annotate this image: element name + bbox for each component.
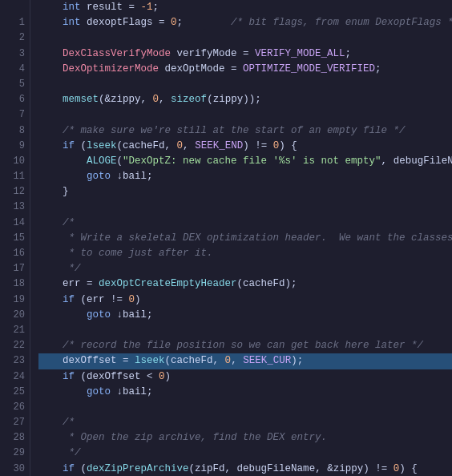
code-line: if (dexZipPrepArchive(zipFd, debugFileNa… — [38, 462, 452, 476]
code-line — [38, 200, 452, 215]
line-numbers: 1234567891011121314151617181920212223242… — [0, 0, 30, 476]
code-line: */ — [38, 446, 452, 461]
code-line: if (dexOffset < 0) — [38, 369, 452, 385]
code-line-highlighted: dexOffset = lseek(cacheFd, 0, SEEK_CUR); — [38, 353, 452, 369]
code-line: memset(&zippy, 0, sizeof(zippy)); — [38, 92, 452, 107]
code-line: if (lseek(cacheFd, 0, SEEK_END) != 0) { — [38, 139, 452, 154]
code-line: } — [38, 184, 452, 200]
code-line: * Write a skeletal DEX optimization head… — [38, 231, 452, 246]
code-line: ALOGE("DexOptZ: new cache file '%s' is n… — [38, 154, 452, 169]
code-line: goto ↓bail; — [38, 169, 452, 184]
code-line: err = dexOptCreateEmptyHeader(cacheFd); — [38, 276, 452, 292]
code-content: int result = -1; int dexoptFlags = 0; /*… — [30, 0, 452, 476]
code-line: /* make sure we're still at the start of… — [38, 123, 452, 139]
code-line: if (err != 0) — [38, 292, 452, 308]
code-line: */ — [38, 261, 452, 276]
code-line — [38, 30, 452, 46]
code-line: int dexoptFlags = 0; /* bit flags, from … — [38, 15, 452, 30]
code-line: * Open the zip archive, find the DEX ent… — [38, 430, 452, 446]
code-line — [38, 400, 452, 415]
code-editor: 1234567891011121314151617181920212223242… — [0, 0, 452, 476]
code-line — [38, 323, 452, 338]
code-line: * to come just after it. — [38, 246, 452, 261]
code-line: int result = -1; — [38, 0, 452, 15]
code-line: DexClassVerifyMode verifyMode = VERIFY_M… — [38, 46, 452, 62]
code-line: DexOptimizerMode dexOptMode = OPTIMIZE_M… — [38, 62, 452, 77]
code-line: /* — [38, 216, 452, 231]
code-line: /* — [38, 415, 452, 430]
code-line — [38, 77, 452, 92]
code-line: /* record the file position so we can ge… — [38, 338, 452, 353]
code-line: goto ↓bail; — [38, 308, 452, 323]
code-line: goto ↓bail; — [38, 385, 452, 400]
code-line — [38, 107, 452, 123]
